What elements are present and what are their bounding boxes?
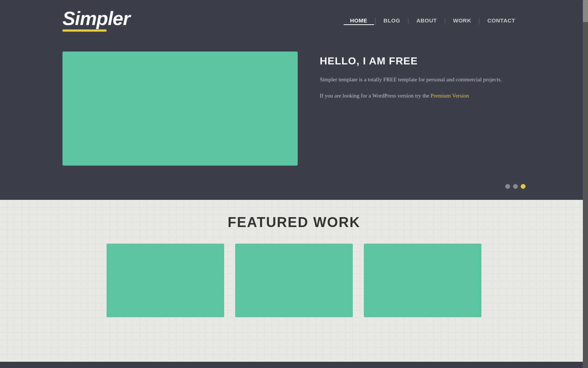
hero-text-block: HELLO, I AM FREE Simpler template is a t… — [320, 52, 526, 100]
hero-description-2: If you are looking for a WordPress versi… — [320, 91, 526, 101]
hero-image — [62, 52, 298, 166]
nav-contact[interactable]: CONTACT — [481, 16, 522, 25]
hero-description-1: Simpler template is a totally FREE templ… — [320, 75, 526, 85]
logo-underline — [62, 29, 107, 32]
header: Simpler HOME | BLOG | ABOUT | WORK | CON… — [0, 0, 588, 40]
slider-dot-1[interactable] — [505, 184, 510, 189]
hero-premium-link[interactable]: Premium Version — [431, 93, 469, 99]
work-card-3[interactable] — [364, 244, 481, 317]
work-grid — [62, 244, 526, 317]
slider-dot-2[interactable] — [513, 184, 518, 189]
main-nav: HOME | BLOG | ABOUT | WORK | CONTACT — [344, 16, 522, 25]
featured-section: FEATURED WORK — [0, 200, 588, 362]
slider-dot-3[interactable] — [521, 184, 526, 189]
nav-divider-2: | — [408, 16, 409, 25]
hero-description-2-text: If you are looking for a WordPress versi… — [320, 93, 429, 99]
logo[interactable]: Simpler — [62, 9, 130, 32]
nav-divider-4: | — [478, 16, 480, 25]
scrollbar-thumb[interactable] — [583, 0, 588, 22]
scrollbar[interactable] — [583, 0, 588, 362]
slider-dots — [0, 184, 588, 200]
hero-section: HELLO, I AM FREE Simpler template is a t… — [0, 40, 588, 184]
nav-work[interactable]: WORK — [447, 16, 478, 25]
hero-title: HELLO, I AM FREE — [320, 55, 526, 67]
nav-divider-1: | — [375, 16, 376, 25]
nav-home[interactable]: HOME — [344, 16, 374, 25]
featured-title: FEATURED WORK — [62, 215, 526, 230]
work-card-1[interactable] — [107, 244, 224, 317]
nav-divider-3: | — [444, 16, 446, 25]
nav-blog[interactable]: BLOG — [377, 16, 407, 25]
nav-about[interactable]: ABOUT — [410, 16, 444, 25]
work-card-2[interactable] — [235, 244, 353, 317]
logo-text: Simpler — [62, 9, 130, 28]
